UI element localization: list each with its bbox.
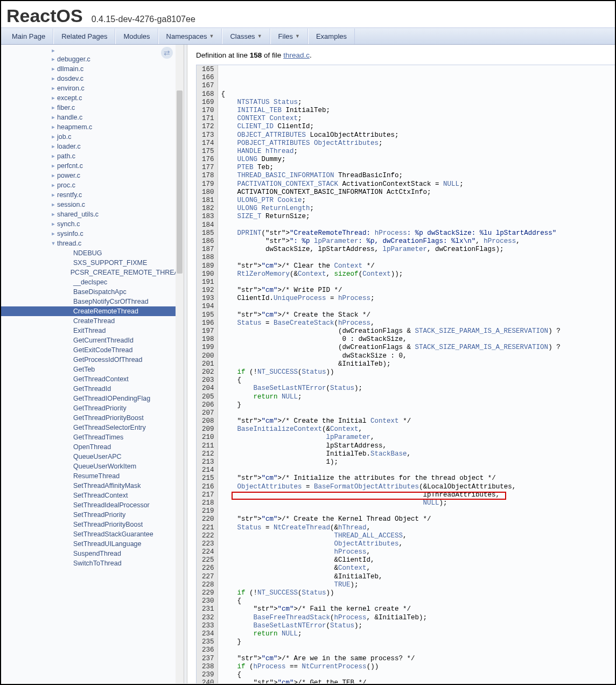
code-line: lpParameter, [221,434,561,442]
code-line: { [221,671,561,679]
code-line: INITIAL_TEB InitialTeb; [221,107,561,115]
nav-label: synch.c [57,220,80,228]
nav-item--declspec[interactable]: __declspec [1,277,184,287]
tab-classes[interactable]: Classes▼ [222,29,270,44]
nav-item-setthreadidealprocessor[interactable]: SetThreadIdealProcessor [1,500,184,510]
nav-item-getthreadid[interactable]: GetThreadId [1,384,184,394]
nav-label: SetThreadIdealProcessor [73,501,150,509]
nav-item-sysinfo-c[interactable]: ►sysinfo.c [1,229,184,239]
nav-label: fiber.c [57,104,75,111]
chevron-right-icon: ► [50,163,57,169]
nav-item-getexitcodethread[interactable]: GetExitCodeThread [1,345,184,355]
nav-item-setthreaduilanguage[interactable]: SetThreadUILanguage [1,539,184,549]
nav-item-getcurrentthreadid[interactable]: GetCurrentThreadId [1,335,184,345]
sync-icon[interactable]: ⇄ [161,47,173,59]
nav-scrollbar[interactable] [176,45,184,683]
nav-item-exitthread[interactable]: ExitThread [1,326,184,335]
nav-item-heapmem-c[interactable]: ►heapmem.c [1,122,184,132]
code-line: "str">"cm">/* Create the Kernel Thread O… [221,515,561,523]
file-link[interactable]: thread.c [283,51,310,59]
chevron-right-icon: ► [50,66,57,72]
nav-item-basepnotifycsrofthread[interactable]: BasepNotifyCsrOfThread [1,297,184,306]
nav-item-[interactable]: ► [1,47,184,54]
tab-examples[interactable]: Examples [308,29,355,44]
nav-item-dosdev-c[interactable]: ►dosdev.c [1,74,184,83]
nav-item-switchtothread[interactable]: SwitchToThread [1,558,184,568]
nav-item-sxs-support-fixme[interactable]: SXS_SUPPORT_FIXME [1,258,184,268]
nav-item-thread-c[interactable]: ▼thread.c [1,239,184,248]
nav-item-session-c[interactable]: ►session.c [1,200,184,209]
nav-item-getthreadpriority[interactable]: GetThreadPriority [1,403,184,413]
nav-item-perfcnt-c[interactable]: ►perfcnt.c [1,161,184,171]
code-line: "str">"cm">/* Are we in the same process… [221,655,561,663]
code-line: } [221,638,561,646]
nav-label: SwitchToThread [73,560,122,567]
nav-item-resntfy-c[interactable]: ►resntfy.c [1,190,184,200]
nav-item-shared-utils-c[interactable]: ►shared_utils.c [1,209,184,219]
code-line: &Context, [221,564,561,572]
nav-item-proc-c[interactable]: ►proc.c [1,180,184,190]
nav-label: loader.c [57,143,81,150]
nav-item-debugger-c[interactable]: ►debugger.c [1,54,184,64]
nav-item-synch-c[interactable]: ►synch.c [1,219,184,229]
nav-item-createremotethread[interactable]: CreateRemoteThread [1,306,184,316]
nav-item-getthreadcontext[interactable]: GetThreadContext [1,374,184,384]
code-line: ACTIVATION_CONTEXT_BASIC_INFORMATION Act… [221,188,561,197]
nav-item-basedispatchapc[interactable]: BaseDispatchApc [1,287,184,297]
nav-item-handle-c[interactable]: ►handle.c [1,113,184,122]
code-line: &InitialTeb); [221,360,561,368]
code-line: "str">"cm">/* Initialize the attributes … [221,474,561,483]
nav-item-queueuserapc[interactable]: QueueUserAPC [1,452,184,462]
code-line: "str">"cm">/* Write PID */ [221,286,561,295]
nav-item-setthreadaffinitymask[interactable]: SetThreadAffinityMask [1,481,184,491]
nav-item-pcsr-create-remote-thread[interactable]: PCSR_CREATE_REMOTE_THREAD [1,268,184,277]
nav-item-setthreadstackguarantee[interactable]: SetThreadStackGuarantee [1,529,184,539]
chevron-right-icon: ► [50,192,57,198]
nav-label: proc.c [57,181,75,189]
chevron-right-icon: ► [50,173,57,178]
chevron-down-icon: ▼ [257,33,262,39]
code-line: "str">": %p lpParameter: %p, dwCreationF… [221,237,561,246]
nav-item-loader-c[interactable]: ►loader.c [1,142,184,151]
nav-item-resumethread[interactable]: ResumeThread [1,471,184,481]
nav-label: perfcnt.c [57,162,83,170]
chevron-right-icon: ► [50,105,57,110]
nav-item-getthreadpriorityboost[interactable]: GetThreadPriorityBoost [1,413,184,423]
code-line: RtlZeroMemory(&Context, sizeof(Context))… [221,270,561,278]
nav-item-power-c[interactable]: ►power.c [1,171,184,180]
nav-label: GetTeb [73,366,95,373]
chevron-down-icon: ▼ [295,33,300,39]
code-line: return NULL; [221,393,561,401]
nav-item-getteb[interactable]: GetTeb [1,365,184,374]
nav-item-setthreadcontext[interactable]: SetThreadContext [1,491,184,500]
nav-item-dllmain-c[interactable]: ►dllmain.c [1,64,184,74]
chevron-right-icon: ► [50,231,57,236]
nav-item-except-c[interactable]: ►except.c [1,93,184,103]
nav-item-environ-c[interactable]: ►environ.c [1,83,184,93]
chevron-right-icon: ► [50,202,57,207]
code-line: (dwCreationFlags & STACK_SIZE_PARAM_IS_A… [221,327,561,335]
nav-item-job-c[interactable]: ►job.c [1,132,184,142]
nav-item-getthreadtimes[interactable]: GetThreadTimes [1,432,184,442]
nav-item-getthreadiopendingflag[interactable]: GetThreadIOPendingFlag [1,394,184,403]
code-line: ObjectAttributes = BaseFormatObjectAttri… [221,483,561,491]
content-area: Definition at line 158 of file thread.c.… [187,45,615,683]
nav-item-createthread[interactable]: CreateThread [1,316,184,326]
nav-item-path-c[interactable]: ►path.c [1,151,184,161]
nav-item-openthread[interactable]: OpenThread [1,442,184,452]
nav-item-ndebug[interactable]: NDEBUG [1,248,184,258]
tab-modules[interactable]: Modules [115,29,158,44]
tab-files[interactable]: Files▼ [270,29,308,44]
nav-item-setthreadpriorityboost[interactable]: SetThreadPriorityBoost [1,520,184,529]
nav-item-getthreadselectorentry[interactable]: GetThreadSelectorEntry [1,423,184,432]
nav-item-fiber-c[interactable]: ►fiber.c [1,103,184,113]
tab-main-page[interactable]: Main Page [4,29,53,44]
nav-item-setthreadpriority[interactable]: SetThreadPriority [1,510,184,520]
nav-item-suspendthread[interactable]: SuspendThread [1,549,184,558]
tab-namespaces[interactable]: Namespaces▼ [158,29,222,44]
nav-item-queueuserworkitem[interactable]: QueueUserWorkItem [1,462,184,471]
nav-item-getprocessidofthread[interactable]: GetProcessIdOfThread [1,355,184,365]
code-line: if (!NT_SUCCESS(Status)) [221,368,561,376]
tab-related-pages[interactable]: Related Pages [53,29,115,44]
code-line: HANDLE hThread; [221,148,561,156]
